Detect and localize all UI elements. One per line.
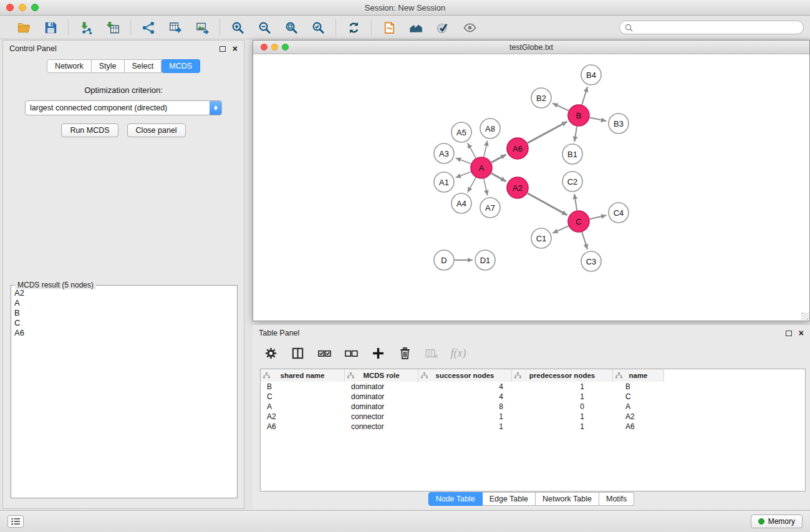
graph-node-B3[interactable]: B3 [609, 114, 629, 133]
function-builder-button[interactable]: f(x) [450, 345, 466, 361]
column-header-successor-nodes[interactable]: successor nodes [418, 369, 512, 382]
open-session-button[interactable] [15, 19, 32, 36]
zoom-network-window-button[interactable] [282, 44, 289, 51]
close-panel-button[interactable]: Close panel [127, 123, 186, 137]
column-header-name[interactable]: name [613, 369, 664, 382]
deselect-all-rows-button[interactable] [343, 345, 359, 361]
table-row[interactable]: Cdominator41C [261, 392, 805, 402]
float-table-panel-icon[interactable] [786, 331, 792, 336]
graph-edge-A-A7[interactable] [484, 179, 488, 196]
graph-node-C4[interactable]: C4 [609, 203, 629, 223]
close-table-panel-icon[interactable]: × [799, 329, 804, 337]
graph-edge-A-A6[interactable] [491, 155, 506, 163]
graph-edge-B-B1[interactable] [574, 127, 577, 142]
graph-node-D[interactable]: D [434, 250, 454, 270]
home-button[interactable] [407, 19, 425, 36]
table-settings-button[interactable] [263, 345, 279, 361]
graph-edge-C-C4[interactable] [590, 215, 607, 219]
export-network-button[interactable] [166, 19, 184, 36]
tab-network[interactable]: Network [47, 59, 92, 73]
table-row[interactable]: A2connector11A2 [261, 412, 805, 422]
mcds-result-item[interactable]: B [14, 308, 234, 318]
zoom-fit-button[interactable] [282, 19, 300, 36]
resize-grip-icon[interactable] [801, 312, 809, 320]
add-row-button[interactable] [370, 345, 386, 361]
graph-edge-B-B2[interactable] [552, 104, 569, 111]
show-panels-button[interactable] [7, 515, 24, 528]
graph-node-A[interactable]: A [471, 157, 492, 178]
graph-node-A7[interactable]: A7 [480, 198, 500, 218]
export-image-button[interactable] [193, 19, 211, 36]
graph-edge-C-C2[interactable] [574, 194, 577, 210]
mcds-result-item[interactable]: C [14, 318, 234, 328]
column-header-predecessor-nodes[interactable]: predecessor nodes [512, 369, 613, 382]
mcds-result-item[interactable]: A [14, 298, 234, 308]
tab-node-table[interactable]: Node Table [428, 492, 483, 506]
graph-edge-C-C3[interactable] [582, 232, 587, 249]
show-hide-graphics-button[interactable] [461, 19, 478, 36]
close-panel-icon[interactable]: × [233, 44, 238, 53]
zoom-in-button[interactable] [229, 19, 246, 36]
network-window-titlebar[interactable]: testGlobe.txt [253, 41, 809, 54]
graph-node-B2[interactable]: B2 [531, 88, 551, 108]
close-window-button[interactable] [6, 4, 14, 11]
memory-button[interactable]: Memory [751, 515, 803, 528]
float-panel-icon[interactable] [219, 46, 226, 52]
tab-mcds[interactable]: MCDS [162, 59, 200, 73]
table-row[interactable]: A6connector11A6 [261, 422, 805, 432]
apply-style-button[interactable] [434, 19, 451, 36]
run-mcds-button[interactable]: Run MCDS [61, 123, 118, 137]
graph-edge-A-A1[interactable] [456, 172, 471, 177]
graph-node-A8[interactable]: A8 [480, 118, 500, 138]
search-input[interactable] [636, 23, 798, 32]
graph-node-A3[interactable]: A3 [434, 143, 454, 163]
graph-edge-A-A2[interactable] [491, 173, 506, 181]
search-box[interactable] [619, 21, 804, 34]
graph-node-A2[interactable]: A2 [507, 177, 528, 198]
tab-edge-table[interactable]: Edge Table [483, 492, 536, 506]
zoom-window-button[interactable] [31, 4, 39, 11]
mcds-result-item[interactable]: A2 [14, 288, 234, 298]
graph-node-C2[interactable]: C2 [562, 172, 582, 191]
zoom-out-button[interactable] [256, 19, 273, 36]
optimization-criterion-select[interactable]: largest connected component (directed) [25, 100, 222, 115]
graph-edge-A6-B[interactable] [528, 122, 567, 143]
delete-rows-button[interactable] [397, 345, 413, 361]
column-header-mcds-role[interactable]: MCDS role [345, 369, 418, 382]
close-network-window-button[interactable] [261, 44, 268, 51]
graph-edge-C-C1[interactable] [552, 226, 568, 233]
graph-node-C[interactable]: C [568, 211, 589, 232]
new-network-button[interactable] [140, 19, 157, 36]
graph-node-B[interactable]: B [568, 105, 589, 126]
graph-node-A6[interactable]: A6 [507, 138, 528, 159]
tab-select[interactable]: Select [125, 59, 162, 73]
graph-node-C1[interactable]: C1 [531, 228, 551, 248]
refresh-view-button[interactable] [345, 19, 362, 36]
table-row[interactable]: Adominator80A [261, 402, 805, 412]
graph-edge-A-A3[interactable] [456, 158, 471, 163]
delete-columns-button[interactable] [423, 345, 440, 361]
network-canvas[interactable]: B4B2BB3A5A8A6A3B1AC2A1A2A4A7C4CC1C3DD1 [254, 55, 809, 320]
graph-edge-B-B3[interactable] [590, 118, 607, 121]
minimize-window-button[interactable] [19, 4, 26, 11]
save-session-button[interactable] [42, 19, 59, 36]
import-network-from-file-button[interactable] [77, 19, 95, 36]
graph-edge-A2-C[interactable] [528, 193, 567, 215]
graph-edge-A-A8[interactable] [484, 141, 488, 157]
mcds-result-item[interactable]: A6 [14, 328, 234, 338]
graph-node-B1[interactable]: B1 [562, 144, 582, 164]
column-header-shared-name[interactable]: shared name [261, 369, 345, 382]
import-table-from-file-button[interactable] [104, 19, 122, 36]
tab-network-table[interactable]: Network Table [536, 492, 599, 506]
graph-edge-B-B4[interactable] [582, 87, 587, 105]
table-row[interactable]: Bdominator41B [261, 382, 805, 392]
network-from-clipboard-button[interactable] [380, 19, 398, 36]
graph-edge-A-A5[interactable] [468, 143, 476, 158]
graph-node-A1[interactable]: A1 [434, 172, 454, 192]
graph-node-B4[interactable]: B4 [581, 65, 601, 85]
tab-style[interactable]: Style [92, 59, 125, 73]
graph-node-C3[interactable]: C3 [581, 251, 601, 271]
zoom-selected-button[interactable] [309, 19, 327, 36]
graph-edge-A-A4[interactable] [468, 178, 476, 193]
graph-node-A5[interactable]: A5 [451, 122, 471, 142]
